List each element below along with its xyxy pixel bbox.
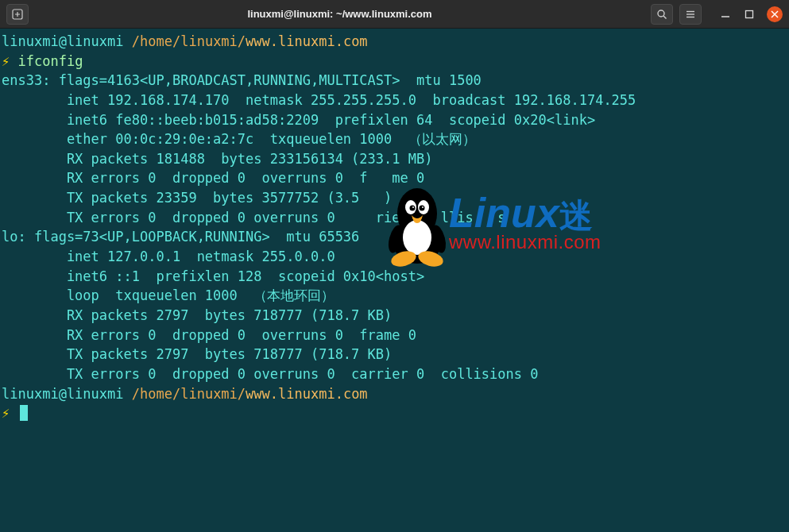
command-text: ifconfig <box>18 53 83 69</box>
close-button[interactable] <box>767 6 783 22</box>
output-line: inet6 ::1 prefixlen 128 scopeid 0x10<hos… <box>2 267 787 287</box>
search-icon <box>656 9 667 20</box>
window-title: linuxmi@linuxmi: ~/www.linuxmi.com <box>29 8 651 20</box>
output-line: RX errors 0 dropped 0 overruns 0 frame 0 <box>2 326 787 345</box>
prompt-path: /home/linuxmi/ <box>132 386 246 402</box>
output-line: loop txqueuelen 1000 （本地环回） <box>2 286 787 306</box>
output-line: inet 192.168.174.170 netmask 255.255.255… <box>2 91 787 110</box>
close-icon <box>771 10 779 18</box>
maximize-button[interactable] <box>743 8 756 21</box>
output-line: TX packets 2797 bytes 718777 (718.7 KB) <box>2 345 787 364</box>
output-line: inet6 fe80::beeb:b015:ad58:2209 prefixle… <box>2 110 787 130</box>
output-line: TX packets 23359 bytes 3577752 (3.5 ) <box>2 188 787 208</box>
prompt-input-line: ⚡ <box>2 403 787 423</box>
terminal-window: linuxmi@linuxmi: ~/www.linuxmi.com <box>0 0 789 532</box>
prompt-line: linuxmi@linuxmi /home/linuxmi/www.linuxm… <box>2 32 787 52</box>
new-tab-button[interactable] <box>6 4 29 25</box>
svg-rect-7 <box>746 10 753 17</box>
svg-point-1 <box>658 10 664 17</box>
maximize-icon <box>745 10 754 19</box>
minimize-button[interactable] <box>719 8 732 21</box>
titlebar: linuxmi@linuxmi: ~/www.linuxmi.com <box>0 0 789 29</box>
terminal-body[interactable]: linuxmi@linuxmi /home/linuxmi/www.linuxm… <box>0 29 789 532</box>
prompt-line: linuxmi@linuxmi /home/linuxmi/www.linuxm… <box>2 384 787 404</box>
prompt-path2: www.linuxmi.com <box>246 33 368 49</box>
bolt-icon: ⚡ <box>2 53 10 69</box>
output-line: inet 127.0.0.1 netmask 255.0.0.0 <box>2 247 787 267</box>
output-line: TX errors 0 dropped 0 overruns 0 carrier… <box>2 364 787 384</box>
titlebar-left <box>6 4 29 25</box>
output-line: RX packets 181488 bytes 233156134 (233.1… <box>2 149 787 169</box>
output-line: TX errors 0 dropped 0 overruns 0 rie lli… <box>2 208 787 228</box>
bolt-icon: ⚡ <box>2 405 10 421</box>
menu-button[interactable] <box>679 4 702 25</box>
output-line: RX packets 2797 bytes 718777 (718.7 KB) <box>2 306 787 326</box>
prompt-user: linuxmi@linuxmi <box>2 33 124 49</box>
svg-line-2 <box>663 16 667 19</box>
command-line: ⚡ ifconfig <box>2 52 787 71</box>
hamburger-icon <box>685 9 696 20</box>
titlebar-right <box>651 4 783 25</box>
terminal-tab-icon <box>12 9 23 20</box>
output-line: ether 00:0c:29:0e:a2:7c txqueuelen 1000 … <box>2 129 787 149</box>
search-button[interactable] <box>651 4 673 25</box>
output-line: ens33: flags=4163<UP,BROADCAST,RUNNING,M… <box>2 71 787 91</box>
prompt-path2: www.linuxmi.com <box>246 386 368 402</box>
minimize-icon <box>721 10 730 19</box>
prompt-path: /home/linuxmi/ <box>132 33 246 49</box>
output-line: lo: flags=73<UP,LOOPBACK,RUNNING> mtu 65… <box>2 227 787 247</box>
prompt-user: linuxmi@linuxmi <box>2 386 124 402</box>
window-controls <box>719 6 783 22</box>
output-line: RX errors 0 dropped 0 overruns 0 f me 0 <box>2 168 787 188</box>
cursor <box>20 405 28 421</box>
